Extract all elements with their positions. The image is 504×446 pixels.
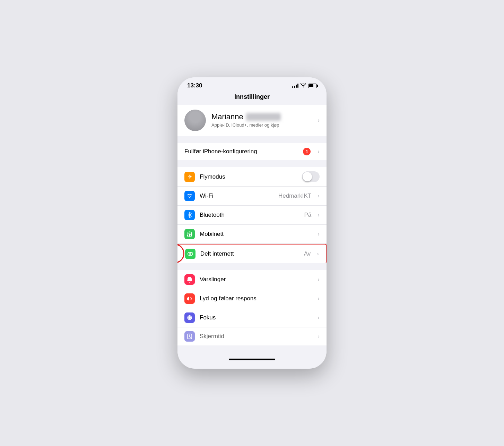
delt-internett-row[interactable]: Delt internett Av › — [177, 244, 327, 263]
avatar — [184, 110, 206, 131]
skjermtid-chevron-icon: › — [318, 333, 320, 340]
signal-bars-icon — [292, 84, 298, 88]
wifi-chevron-icon: › — [318, 192, 320, 199]
mobilnett-chevron-icon: › — [318, 231, 320, 238]
flymodus-label: Flymodus — [200, 173, 297, 180]
lyd-label: Lyd og følbar respons — [200, 295, 313, 302]
delt-internett-value: Av — [304, 250, 311, 257]
lyd-chevron-icon: › — [318, 295, 320, 302]
profile-info: Marianne Apple-ID, iCloud+, medier og kj… — [211, 112, 312, 128]
profile-section: Marianne Apple-ID, iCloud+, medier og kj… — [177, 105, 327, 136]
delt-internett-container: 1 Delt internett Av › — [177, 244, 327, 263]
wifi-status-icon — [301, 83, 306, 88]
varslinger-row[interactable]: Varslinger › — [177, 270, 327, 289]
flymodus-row[interactable]: ✈ Flymodus — [177, 167, 327, 187]
svg-line-12 — [190, 337, 191, 337]
status-time: 13:30 — [187, 82, 202, 89]
status-bar: 13:30 — [177, 77, 327, 92]
delt-internett-chevron-icon: › — [317, 250, 319, 257]
lyd-row[interactable]: Lyd og følbar respons › — [177, 289, 327, 308]
setup-row[interactable]: Fullfør iPhone-konfigurering 1 › — [177, 143, 327, 160]
setup-label: Fullfør iPhone-konfigurering — [184, 148, 298, 155]
settings-content: Marianne Apple-ID, iCloud+, medier og kj… — [177, 105, 327, 356]
setup-chevron-icon: › — [318, 148, 320, 155]
gap-2 — [177, 164, 327, 167]
profile-name-blur — [246, 113, 281, 121]
delt-internett-icon — [185, 249, 195, 259]
skjermtid-row[interactable]: Skjermtid › — [177, 327, 327, 345]
profile-name: Marianne — [211, 112, 312, 121]
home-indicator — [177, 356, 327, 362]
profile-row[interactable]: Marianne Apple-ID, iCloud+, medier og kj… — [177, 105, 327, 136]
setup-section: Fullfør iPhone-konfigurering 1 › — [177, 143, 327, 160]
skjermtid-label: Skjermtid — [200, 333, 313, 340]
wifi-icon — [184, 191, 195, 201]
wifi-label: Wi-Fi — [200, 192, 273, 199]
mobilnett-row[interactable]: Mobilnett › — [177, 225, 327, 244]
bluetooth-chevron-icon: › — [318, 212, 320, 218]
bluetooth-icon — [184, 210, 195, 220]
home-bar[interactable] — [229, 359, 275, 360]
bluetooth-value: På — [304, 212, 312, 218]
status-icons — [292, 83, 317, 88]
fokus-icon — [184, 312, 195, 323]
page-title: Innstillinger — [177, 92, 327, 105]
skjermtid-icon — [184, 331, 195, 342]
gap-1 — [177, 139, 327, 143]
varslinger-chevron-icon: › — [318, 276, 320, 283]
bluetooth-row[interactable]: Bluetooth På › — [177, 206, 327, 225]
gap-3 — [177, 267, 327, 270]
phone-frame: 13:30 Innstillinger — [177, 77, 327, 369]
flymodus-toggle[interactable] — [302, 171, 320, 182]
profile-name-text: Marianne — [211, 112, 243, 121]
mobilnett-icon — [184, 229, 195, 239]
lyd-icon — [184, 293, 195, 304]
connectivity-section: ✈ Flymodus Wi-Fi HedmarkIKT › — [177, 167, 327, 263]
wifi-value: HedmarkIKT — [278, 192, 311, 199]
fokus-label: Fokus — [200, 314, 313, 321]
delt-internett-label: Delt internett — [200, 250, 299, 257]
svg-point-9 — [189, 317, 191, 319]
mobilnett-label: Mobilnett — [200, 231, 306, 238]
bluetooth-label: Bluetooth — [200, 212, 299, 218]
fokus-row[interactable]: Fokus › — [177, 308, 327, 327]
wifi-row[interactable]: Wi-Fi HedmarkIKT › — [177, 187, 327, 206]
flymodus-icon: ✈ — [184, 172, 195, 182]
varslinger-icon — [184, 274, 195, 285]
battery-icon — [308, 84, 317, 88]
setup-badge: 1 — [303, 148, 311, 155]
profile-chevron-icon: › — [318, 117, 320, 124]
profile-subtitle: Apple-ID, iCloud+, medier og kjøp — [211, 122, 312, 128]
notifications-section: Varslinger › Lyd og følbar respons › — [177, 270, 327, 345]
fokus-chevron-icon: › — [318, 314, 320, 321]
varslinger-label: Varslinger — [200, 276, 313, 283]
